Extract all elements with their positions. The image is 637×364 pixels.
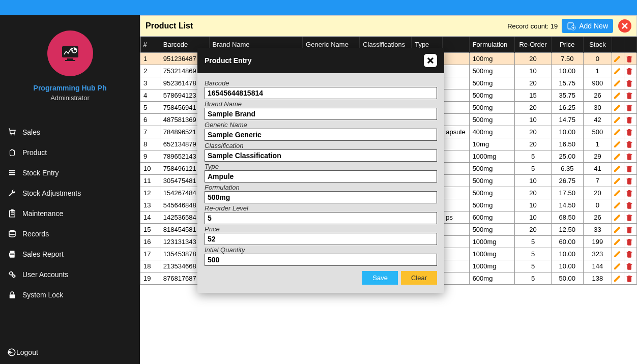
qty-input[interactable]	[205, 254, 437, 266]
trash-icon[interactable]	[625, 201, 635, 209]
trash-icon[interactable]	[625, 250, 635, 258]
cell-num: 13	[140, 199, 160, 211]
cell-price: 7.50	[551, 53, 583, 65]
cell-stock: 1	[583, 65, 612, 77]
barcode-input[interactable]	[205, 87, 437, 99]
edit-icon[interactable]	[613, 153, 623, 161]
cell-price: 16.25	[551, 102, 583, 114]
cell-stock: 42	[583, 114, 612, 126]
brand-input[interactable]	[205, 108, 437, 120]
svg-point-4	[11, 134, 12, 135]
trash-icon[interactable]	[625, 153, 635, 161]
trash-icon[interactable]	[625, 55, 635, 63]
generic-input[interactable]	[205, 129, 437, 141]
cell-price: 50.00	[551, 272, 583, 285]
trash-icon[interactable]	[625, 67, 635, 75]
cell-formulation: 500mg	[469, 175, 515, 187]
col-header-action	[612, 37, 624, 53]
close-panel-button[interactable]	[618, 19, 631, 33]
type-input[interactable]	[205, 170, 437, 183]
class-input[interactable]	[205, 149, 437, 162]
cell-reorder: 5	[515, 163, 551, 175]
edit-icon[interactable]	[613, 140, 623, 148]
edit-icon[interactable]	[613, 55, 623, 63]
reorder-input[interactable]	[205, 212, 437, 224]
edit-icon[interactable]	[613, 214, 623, 222]
trash-icon[interactable]	[625, 165, 635, 173]
cell-formulation: 500mg	[469, 163, 515, 175]
trash-icon[interactable]	[625, 104, 635, 112]
cell-num: 15	[140, 224, 160, 236]
cell-formulation: 1000mg	[469, 236, 515, 248]
cell-extra: ps	[443, 211, 469, 224]
edit-icon[interactable]	[613, 104, 623, 112]
sidebar-item-sales[interactable]: Sales	[0, 122, 140, 142]
edit-icon[interactable]	[613, 79, 623, 87]
modal-close-button[interactable]	[424, 54, 437, 67]
cell-stock: 26	[583, 211, 612, 224]
cell-extra	[443, 260, 469, 272]
edit-icon[interactable]	[613, 250, 623, 258]
cell-formulation: 1000mg	[469, 150, 515, 163]
cell-num: 12	[140, 187, 160, 199]
cell-stock: 26	[583, 89, 612, 102]
edit-icon[interactable]	[613, 116, 623, 124]
trash-icon[interactable]	[625, 275, 635, 283]
cell-formulation: 600mg	[469, 272, 515, 285]
trash-icon[interactable]	[625, 128, 635, 136]
edit-icon[interactable]	[613, 165, 623, 173]
trash-icon[interactable]	[625, 177, 635, 185]
save-button[interactable]: Save	[362, 271, 398, 285]
cell-price: 10.00	[551, 126, 583, 138]
trash-icon[interactable]	[625, 226, 635, 234]
trash-icon[interactable]	[625, 79, 635, 87]
add-new-button[interactable]: Add New	[562, 19, 613, 33]
edit-icon[interactable]	[613, 275, 623, 283]
cell-reorder: 5	[515, 236, 551, 248]
edit-icon[interactable]	[613, 67, 623, 75]
edit-icon[interactable]	[613, 128, 623, 136]
cell-num: 9	[140, 150, 160, 163]
sidebar-item-records[interactable]: Records	[0, 224, 140, 244]
cell-price: 60.00	[551, 236, 583, 248]
trash-icon[interactable]	[625, 92, 635, 100]
sidebar-item-user-accounts[interactable]: User Accounts	[0, 264, 140, 285]
sidebar-item-label: Records	[22, 230, 49, 238]
price-input[interactable]	[205, 233, 437, 245]
sidebar-item-stock-adjustments[interactable]: Stock Adjustments	[0, 183, 140, 203]
cell-stock: 144	[583, 260, 612, 272]
field-label: Intial Quantity	[205, 246, 437, 254]
edit-icon[interactable]	[613, 177, 623, 185]
header-bar: Product List Record count: 19 Add New	[140, 15, 637, 37]
sidebar-item-sales-report[interactable]: Sales Report	[0, 244, 140, 264]
logout-button[interactable]: Logout	[0, 341, 140, 364]
clear-button[interactable]: Clear	[401, 271, 437, 285]
cell-reorder: 10	[515, 211, 551, 224]
cell-reorder: 10	[515, 199, 551, 211]
field-reorder: Re-order Level	[205, 204, 437, 224]
sidebar-item-maintenance[interactable]: Maintenance	[0, 203, 140, 224]
edit-icon[interactable]	[613, 238, 623, 246]
cell-formulation: 500mg	[469, 77, 515, 89]
page-title: Product List	[146, 21, 507, 31]
edit-icon[interactable]	[613, 201, 623, 209]
trash-icon[interactable]	[625, 262, 635, 270]
col-header: Stock	[583, 37, 612, 53]
cell-reorder: 5	[515, 260, 551, 272]
edit-icon[interactable]	[613, 189, 623, 197]
trash-icon[interactable]	[625, 214, 635, 222]
trash-icon[interactable]	[625, 238, 635, 246]
trash-icon[interactable]	[625, 140, 635, 148]
trash-icon[interactable]	[625, 189, 635, 197]
edit-icon[interactable]	[613, 262, 623, 270]
logo-area: Programming Hub Ph Administrator	[0, 15, 140, 107]
edit-icon[interactable]	[613, 226, 623, 234]
edit-icon[interactable]	[613, 92, 623, 100]
cell-extra	[443, 248, 469, 260]
trash-icon[interactable]	[625, 116, 635, 124]
sidebar-item-product[interactable]: Product	[0, 142, 140, 163]
sidebar-item-stock-entry[interactable]: Stock Entry	[0, 163, 140, 183]
sidebar-item-system-lock[interactable]: System Lock	[0, 285, 140, 305]
form-input[interactable]	[205, 191, 437, 203]
field-form: Formulation	[205, 184, 437, 203]
